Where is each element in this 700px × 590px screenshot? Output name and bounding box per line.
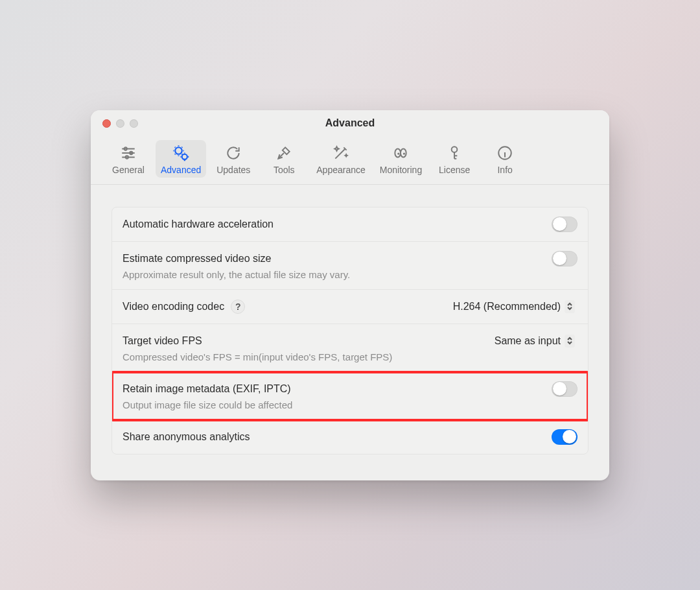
help-codec-button[interactable]: ? [231, 300, 245, 314]
tab-advanced[interactable]: Advanced [156, 140, 206, 178]
toggle-retain-metadata[interactable] [552, 381, 578, 397]
window-title: Advanced [325, 117, 375, 129]
select-value: Same as input [495, 335, 561, 347]
svg-point-4 [182, 154, 187, 159]
svg-point-7 [398, 152, 400, 154]
chevron-updown-icon [565, 335, 575, 348]
wand-icon [332, 144, 350, 162]
settings-content: Automatic hardware acceleration Estimate… [91, 185, 609, 480]
tab-license[interactable]: License [431, 140, 478, 178]
setting-subtitle: Compressed video's FPS = min(input video… [122, 351, 578, 362]
select-value: H.264 (Recommended) [453, 301, 561, 313]
info-icon [496, 144, 514, 162]
tab-label: Tools [274, 165, 295, 175]
tab-tools[interactable]: Tools [261, 140, 307, 178]
toggle-estimate-size[interactable] [552, 251, 578, 266]
toggle-hardware-acceleration[interactable] [552, 217, 578, 232]
row-retain-metadata: Retain image metadata (EXIF, IPTC) Outpu… [112, 372, 588, 420]
sliders-icon [119, 144, 137, 162]
row-target-fps: Target video FPS Same as input Compresse… [112, 324, 588, 372]
key-icon [445, 144, 463, 162]
tab-updates[interactable]: Updates [210, 140, 257, 178]
tab-label: License [439, 165, 470, 175]
gears-icon [172, 144, 190, 162]
tab-monitoring[interactable]: Monitoring [375, 140, 427, 178]
traffic-lights [102, 119, 138, 128]
minimize-window-button[interactable] [116, 119, 124, 128]
chevron-updown-icon [565, 300, 575, 313]
settings-panel: Automatic hardware acceleration Estimate… [111, 207, 589, 454]
setting-title: Share anonymous analytics [122, 431, 250, 443]
tools-icon [275, 144, 293, 162]
setting-title: Retain image metadata (EXIF, IPTC) [122, 383, 291, 395]
row-analytics: Share anonymous analytics [112, 420, 588, 454]
row-estimate-size: Estimate compressed video size Approxima… [112, 242, 588, 290]
select-video-codec[interactable]: H.264 (Recommended) [448, 299, 578, 314]
tab-label: Advanced [161, 165, 201, 175]
svg-point-3 [175, 147, 182, 154]
tab-label: Info [497, 165, 512, 175]
zoom-window-button[interactable] [130, 119, 138, 128]
select-target-fps[interactable]: Same as input [489, 333, 578, 349]
tab-label: General [112, 165, 145, 175]
tab-label: Monitoring [380, 165, 422, 175]
toggle-analytics[interactable] [552, 429, 578, 445]
toolbar: General Advanced Updates [91, 136, 609, 185]
tab-appearance[interactable]: Appearance [311, 140, 371, 178]
setting-subtitle: Output image file size could be affected [122, 399, 578, 410]
setting-title: Target video FPS [122, 335, 202, 347]
svg-point-9 [452, 147, 458, 152]
tab-general[interactable]: General [105, 140, 152, 178]
titlebar: Advanced [91, 110, 609, 136]
setting-title: Automatic hardware acceleration [122, 218, 274, 230]
setting-title: Estimate compressed video size [122, 253, 271, 265]
svg-point-8 [403, 152, 405, 154]
preferences-window: Advanced General Advanced [91, 110, 609, 480]
row-video-codec: Video encoding codec ? H.264 (Recommende… [112, 290, 588, 324]
tab-label: Appearance [316, 165, 366, 175]
tab-label: Updates [216, 165, 250, 175]
setting-title: Video encoding codec [122, 301, 224, 313]
refresh-icon [224, 144, 242, 162]
tab-info[interactable]: Info [482, 140, 528, 178]
close-window-button[interactable] [102, 119, 111, 128]
row-hardware-acceleration: Automatic hardware acceleration [112, 207, 588, 242]
eyes-icon [391, 144, 410, 162]
setting-subtitle: Approximate result only, the actual file… [122, 269, 578, 280]
